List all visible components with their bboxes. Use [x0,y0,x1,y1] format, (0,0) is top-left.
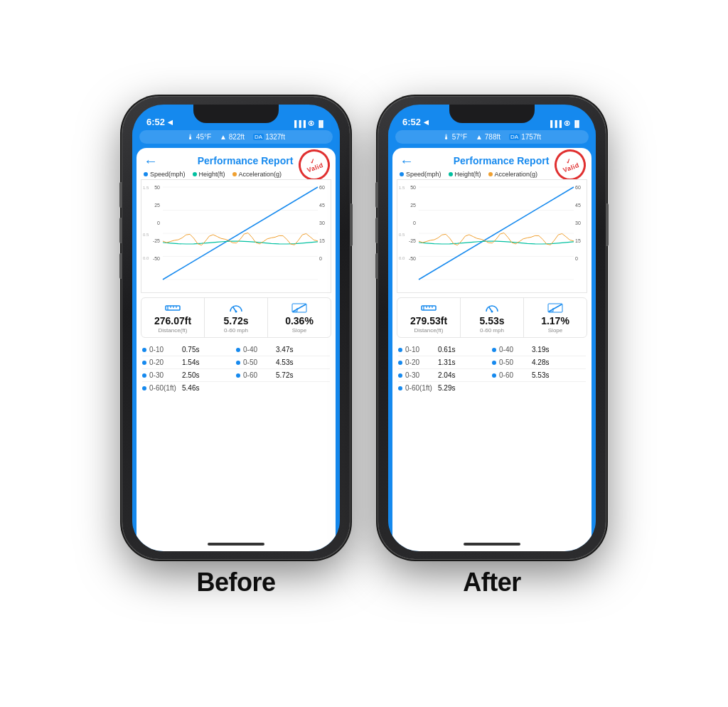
svg-line-59 [549,304,562,312]
home-indicator [388,537,596,551]
time-dot-r [492,361,496,365]
time-label-right-0: 0-40 [499,346,529,354]
stat-value-2: 0.36% [285,316,314,326]
legend-label-1: Height(ft) [199,171,225,178]
time-row: 0-30 2.50s 0-60 5.72s [142,369,330,382]
time-dot-r [492,373,496,378]
svg-text:0: 0 [575,256,578,261]
svg-text:0.5: 0.5 [143,233,149,237]
back-arrow-icon[interactable]: ← [144,154,158,168]
time-value-left-0: 0.61s [438,346,455,354]
home-bar [464,543,520,546]
weather-bar: 🌡 57°F ▲ 788ft DA 1757ft [395,130,589,144]
status-time: 6:52 ◂ [146,117,173,127]
stat-value-2: 1.17% [541,316,569,326]
time-dot [142,361,146,365]
stat-value-0: 279.53ft [410,316,447,326]
stat-item-0: 276.07ft Distance(ft) [141,298,205,337]
svg-line-28 [293,304,306,312]
svg-text:45: 45 [319,203,325,208]
time-dot [142,348,146,352]
time-row: 0-20 1.54s 0-50 4.53s [142,356,330,369]
svg-text:-25: -25 [409,238,416,243]
time-dot [398,348,402,352]
time-cell-empty [236,384,330,392]
svg-text:-25: -25 [153,238,160,243]
time-dot-r [492,348,496,352]
time-row: 0-60(1ft) 5.29s [398,382,586,394]
wifi-icon: ⦿ [308,120,314,127]
stat-label-1: 0-60 mph [224,327,248,334]
time-label-left-1: 0-20 [149,358,179,366]
svg-text:0.0: 0.0 [399,256,405,260]
time-row: 0-60(1ft) 5.46s [142,382,330,394]
time-cell-left-2: 0-30 2.50s [142,371,236,379]
legend-label-2: Acceleration(g) [239,171,282,178]
legend-item-2: Acceleration(g) [232,171,282,178]
svg-text:30: 30 [575,220,581,225]
legend-dot-2 [232,172,237,176]
battery-icon: ▐▌ [572,120,582,127]
stat-value-1: 5.53s [479,316,504,326]
svg-text:45: 45 [575,203,581,208]
stat-item-2: 1.17% Slope [524,298,587,337]
home-bar [208,543,264,546]
stat-icon-gauge [228,302,244,314]
time-row: 0-20 1.31s 0-50 4.28s [398,356,586,369]
time-value-left-1: 1.31s [438,358,455,366]
wifi-icon: ⦿ [564,120,570,127]
battery-icon: ▐▌ [316,120,326,127]
time-row: 0-10 0.75s 0-40 3.47s [142,344,330,356]
stat-item-2: 0.36% Slope [268,298,331,337]
phone-label-before: Before [196,568,275,597]
card-header: ← Performance Report ✓Valid [136,148,336,171]
phones-row: 6:52 ◂ ▐▐▐ ⦿ ▐▌ 🌡 45°F ▲ 822ft DA 1327ft… [122,97,606,597]
legend-dot-0 [144,172,148,176]
svg-text:0.5: 0.5 [399,233,405,237]
time-dot [398,361,402,365]
stat-icon-gauge [484,302,500,314]
phone-label-after: After [463,568,521,597]
status-icons: ▐▐▐ ⦿ ▐▌ [292,120,326,127]
time-cell-right-0: 0-40 3.47s [236,346,330,354]
svg-text:25: 25 [154,203,160,208]
time-label-left-2: 0-30 [149,371,179,379]
time-value-left-2: 2.04s [438,371,455,379]
stats-row: 276.07ft Distance(ft) 5.72s 0-60 mph 0.3… [141,297,331,338]
time-cell-empty [492,384,586,392]
legend-item-2: Acceleration(g) [488,171,538,178]
time-dot-r [236,373,240,378]
status-time: 6:52 ◂ [402,117,429,127]
time-cell-right-1: 0-50 4.53s [236,358,330,366]
legend-label-0: Speed(mph) [406,171,441,178]
time-value-right-0: 3.47s [276,346,293,354]
time-cell-left-3: 0-60(1ft) 5.29s [398,384,492,392]
time-label-right-1: 0-50 [499,358,529,366]
status-icons: ▐▐▐ ⦿ ▐▌ [548,120,582,127]
da-item: DA 1757ft [509,133,541,141]
time-value-left-0: 0.75s [182,346,199,354]
svg-text:25: 25 [410,203,416,208]
legend-label-0: Speed(mph) [150,171,186,178]
time-cell-left-0: 0-10 0.61s [398,346,492,354]
time-cell-right-2: 0-60 5.53s [492,371,586,379]
time-value-right-0: 3.19s [532,346,549,354]
altitude-item: ▲ 822ft [220,133,245,141]
phone-column-after: 6:52 ◂ ▐▐▐ ⦿ ▐▌ 🌡 57°F ▲ 788ft DA 1757ft… [378,97,606,597]
phone-shell-after: 6:52 ◂ ▐▐▐ ⦿ ▐▌ 🌡 57°F ▲ 788ft DA 1757ft… [378,97,606,559]
app-content: 🌡 45°F ▲ 822ft DA 1327ft ← Performance R… [132,130,340,537]
stat-label-0: Distance(ft) [414,327,444,334]
time-label-right-2: 0-60 [243,371,273,379]
stat-value-0: 276.07ft [154,316,191,326]
altitude-item: ▲ 788ft [476,133,500,141]
signal-icon: ▐▐▐ [548,120,562,127]
stat-label-0: Distance(ft) [159,327,188,334]
chart-container: 50250-25-50 1.50.50.0 604530150 [397,179,587,293]
time-value-right-1: 4.28s [532,358,549,366]
notch [449,105,535,123]
time-value-left-3: 5.46s [182,384,199,392]
back-arrow-icon[interactable]: ← [400,154,414,168]
svg-text:0: 0 [319,256,322,261]
phone-screen-after: 6:52 ◂ ▐▐▐ ⦿ ▐▌ 🌡 57°F ▲ 788ft DA 1757ft… [388,105,596,551]
time-dot-r [236,361,240,365]
